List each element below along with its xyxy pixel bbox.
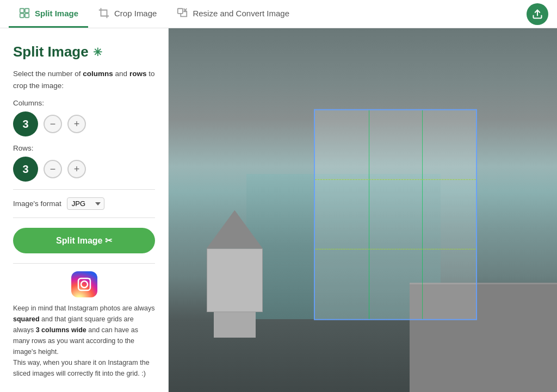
pier-building [200, 210, 270, 338]
svg-rect-3 [25, 14, 29, 17]
loading-icon: ✳ [93, 46, 102, 59]
format-label: Image's format [13, 200, 61, 208]
divider-3 [13, 263, 155, 264]
pier-body [207, 248, 263, 312]
upload-icon [532, 9, 543, 20]
svg-rect-0 [20, 9, 24, 13]
columns-increment-button[interactable]: + [67, 115, 86, 133]
main-layout: Split Image ✳ Select the number of colum… [0, 28, 557, 392]
upload-button[interactable] [527, 3, 548, 25]
svg-point-9 [89, 278, 90, 280]
svg-rect-1 [25, 9, 29, 13]
tab-crop-label: Crop Image [114, 9, 157, 18]
instagram-section: Keep in mind that Instagram photos are a… [13, 271, 155, 379]
columns-value: 3 [13, 111, 38, 136]
tab-split-image[interactable]: Split Image [9, 0, 88, 28]
rows-stepper: 3 − + [13, 157, 155, 182]
svg-rect-2 [20, 14, 24, 17]
tab-split-label: Split Image [35, 9, 78, 18]
instagram-note: Keep in mind that Instagram photos are a… [13, 303, 155, 379]
resize-icon [176, 7, 188, 19]
rows-decrement-button[interactable]: − [44, 160, 62, 178]
beach-image [169, 28, 557, 392]
rows-value: 3 [13, 157, 38, 182]
columns-decrement-button[interactable]: − [44, 115, 62, 133]
divider-1 [13, 189, 155, 190]
split-image-button[interactable]: Split Image ✂ [13, 228, 155, 253]
columns-label: Columns: [13, 99, 155, 107]
format-select[interactable]: JPG PNG WEBP [67, 197, 104, 210]
pier-base [214, 312, 256, 338]
format-row: Image's format JPG PNG WEBP [13, 197, 155, 210]
left-panel: Split Image ✳ Select the number of colum… [0, 28, 169, 392]
panel-description: Select the number of columns and rows to… [13, 68, 155, 91]
split-icon [18, 7, 30, 19]
navigation-bar: Split Image Crop Image Resize and Conver… [0, 0, 557, 28]
divider-2 [13, 217, 155, 218]
tab-crop-image[interactable]: Crop Image [88, 0, 166, 28]
sea-wall [410, 283, 557, 392]
svg-rect-6 [71, 271, 97, 297]
rows-increment-button[interactable]: + [67, 160, 86, 178]
panel-title: Split Image ✳ [13, 43, 155, 60]
pier-roof [200, 210, 270, 248]
rows-label: Rows: [13, 144, 155, 152]
tab-resize-label: Resize and Convert Image [193, 9, 289, 18]
columns-stepper: 3 − + [13, 111, 155, 136]
image-preview-area [169, 28, 557, 392]
svg-rect-4 [178, 9, 183, 14]
instagram-icon [71, 271, 97, 297]
tab-resize-image[interactable]: Resize and Convert Image [166, 0, 299, 28]
crop-icon [98, 7, 110, 19]
